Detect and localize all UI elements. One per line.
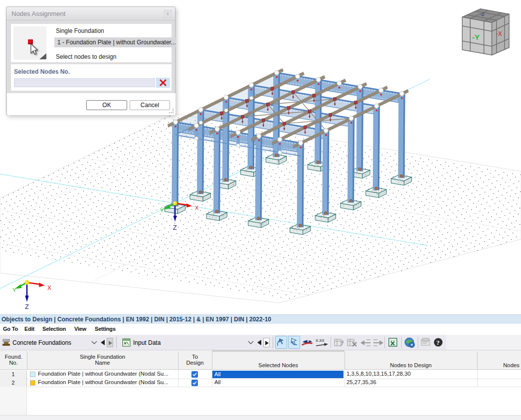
svg-text:Y: Y bbox=[160, 207, 164, 213]
svg-text:-X: -X bbox=[496, 30, 502, 37]
svg-text:X: X bbox=[195, 205, 199, 211]
svg-text:-Z: -Z bbox=[480, 12, 485, 17]
svg-text:x.xx: x.xx bbox=[316, 338, 325, 343]
svg-text:X: X bbox=[47, 284, 51, 291]
svg-text:Z: Z bbox=[25, 303, 29, 310]
svg-text:Y: Y bbox=[12, 287, 16, 293]
svg-text:?: ? bbox=[436, 339, 440, 346]
svg-text:Z: Z bbox=[173, 224, 177, 231]
svg-text:-Y: -Y bbox=[472, 33, 480, 41]
